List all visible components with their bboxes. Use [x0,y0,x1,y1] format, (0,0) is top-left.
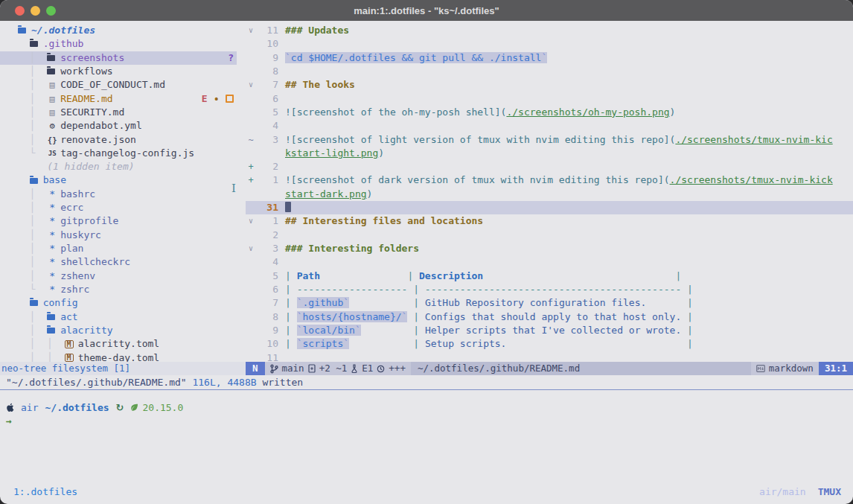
tmux-window-item[interactable]: 1:.dotfiles [13,486,77,497]
indent-guide: └ [18,147,47,160]
tree-item-act[interactable]: │ act [0,310,237,324]
fold-marker-icon[interactable]: ∨ [246,78,256,92]
tree-item-label: workflows [60,65,112,78]
terminal-window: main:1:.dotfiles - "ks~/.dotfiles" I ~/.… [0,0,853,504]
line-number: 2 [256,160,278,173]
tree-item-workflows[interactable]: │ workflows [0,65,237,78]
editor-line[interactable]: ∨11### Updates [246,24,853,37]
text-segment: hosts/{hostname}/ [302,311,401,322]
gutter-spacer [246,106,256,119]
prompt-arrow[interactable]: → [6,414,853,427]
text-segment: ./screenshots/tmux-nvim-kic [675,134,832,145]
editor-line[interactable]: ∨3### Interesting folders [246,242,853,255]
tree-item-security.md[interactable]: │ ▤SECURITY.md [0,106,237,119]
text-segment: ./screenshots/oh-my-posh.png [506,106,669,118]
tree-item-screenshots[interactable]: │ screenshots? [0,51,237,65]
line-text [285,160,853,173]
fold-marker-icon[interactable]: ∨ [246,214,256,228]
tree-item-label: tag-changelog-config.js [60,147,194,160]
editor-line[interactable]: 9| `local/bin` | Helper scripts that I'v… [246,324,853,337]
tree-item-label: README.md [60,92,112,106]
line-text: ### Interesting folders [285,242,853,255]
text-segment: | [681,297,693,308]
tree-item-readme.md[interactable]: │ ▤README.mdE• [0,92,237,106]
line-text [285,37,853,51]
tree-item-config[interactable]: config [0,296,237,310]
editor-line[interactable]: ∨1## Interesting files and locations [246,214,853,228]
fold-marker-icon[interactable]: ∨ [246,24,256,37]
written-file-path: "~/.dotfiles/.github/README.md" [6,377,187,388]
tree-item-zshrc[interactable]: └ *zshrc [0,283,237,296]
editor-line[interactable]: 4 [246,119,853,133]
line-text: ![screenshot of light version of tmux wi… [285,133,853,147]
editor-line[interactable]: 10 [246,37,853,51]
tree-item-huskyrc[interactable]: │ *huskyrc [0,229,237,242]
tree-item-dependabot.yml[interactable]: │ ⚙dependabot.yml [0,119,237,133]
text-segment: ![screenshot of light version of tmux wi… [285,134,675,145]
gutter-spacer [246,229,256,242]
line-text [285,65,853,78]
neotree-sidebar: I ~/.dotfiles .github │ screenshots? │ w… [0,21,246,362]
line-text: ## Interesting files and locations [285,214,853,228]
gutter-spacer [246,147,256,160]
editor-line[interactable]: 6 [246,92,853,106]
git-diff-counts: +2 ~1 [319,362,348,375]
line-number: 3 [256,242,278,255]
editor-line[interactable]: 8| `hosts/{hostname}/` | Configs that sh… [246,310,853,324]
tree-item-plan[interactable]: │ *plan [0,242,237,255]
line-text [285,255,853,269]
editor-line[interactable]: 6| ------------------- | ---------------… [246,283,853,296]
line-number [256,188,278,201]
tree-item-1hiddenitem[interactable]: (1 hidden item) [0,160,237,173]
tree-item-shellcheckrc[interactable]: │ *shellcheckrc [0,255,237,269]
tree-item-.github[interactable]: .github [0,37,237,51]
indent-guide: │ [18,188,47,201]
tree-item-renovate.json[interactable]: │ {}renovate.json [0,133,237,147]
editor-line[interactable]: ∨7## The looks [246,78,853,92]
indent-guide [18,296,30,310]
editor-line[interactable]: 2 [246,229,853,242]
star-icon: * [47,188,57,201]
line-text [285,119,853,133]
editor-line[interactable]: +2 [246,160,853,173]
written-file-stats: 116L, 4488B [187,377,257,388]
editor-line[interactable]: 9`cd $HOME/.dotfiles && git pull && ./in… [246,51,853,65]
editor-cursor-line[interactable]: 31 [246,201,853,214]
tree-item-tag-changelog-config.js[interactable]: └ JStag-changelog-config.js [0,147,237,160]
editor-buffer[interactable]: ∨11### Updates109`cd $HOME/.dotfiles && … [246,21,853,362]
star-icon: * [47,255,57,269]
tree-item-theme-day.toml[interactable]: │ │ Mtheme-day.toml [0,351,237,363]
tree-item-base[interactable]: base [0,173,237,187]
fold-marker-icon[interactable]: ∨ [246,242,256,255]
tmux-pane-shell[interactable]: air ~/.dotfiles ↻ 20.15.0 → [0,390,853,502]
text-segment: | [285,284,297,295]
tree-item-ecrc[interactable]: │ *ecrc [0,201,237,214]
tree-item-alacritty[interactable]: │ alacritty [0,324,237,337]
cursor-location: 31:1 [819,362,853,375]
editor-line[interactable]: kstart-light.png) [246,147,853,160]
tree-item-alacritty.toml[interactable]: │ │ Malacritty.toml [0,337,237,351]
editor-line[interactable]: start-dark.png) [246,188,853,201]
tree-item-label: screenshots [60,51,124,65]
editor-line[interactable]: 10| `scripts` | Setup scripts. | [246,337,853,351]
text-segment: ` [343,338,349,349]
editor-line[interactable]: ~3![screenshot of light version of tmux … [246,133,853,147]
tree-item-label: shellcheckrc [60,255,130,269]
tree-item-zshenv[interactable]: │ *zshenv [0,269,237,283]
editor-line[interactable]: 7| `.github` | GitHub Repository configu… [246,296,853,310]
markdown-icon [756,365,765,372]
editor-line[interactable]: 5![screenshot of the oh-my-posh shell](.… [246,106,853,119]
line-text: `cd $HOME/.dotfiles && git pull && ./ins… [285,51,853,65]
editor-line[interactable]: 4 [246,255,853,269]
star-icon: * [47,242,57,255]
editor-line[interactable]: 8 [246,65,853,78]
editor-line[interactable]: 11 [246,351,853,363]
tree-item-codeofconduct.md[interactable]: │ ▤CODE_OF_CONDUCT.md [0,78,237,92]
text-segment: ` [541,52,547,63]
editor-line[interactable]: +1![screenshot of dark version of tmux w… [246,173,853,187]
editor-line[interactable]: 5| Path | Description | [246,269,853,283]
line-text: ![screenshot of the oh-my-posh shell](./… [285,106,853,119]
tree-item-~.dotfiles[interactable]: ~/.dotfiles [0,24,237,37]
tree-item-bashrc[interactable]: │ *bashrc [0,188,237,201]
tree-item-gitprofile[interactable]: │ *gitprofile [0,214,237,228]
